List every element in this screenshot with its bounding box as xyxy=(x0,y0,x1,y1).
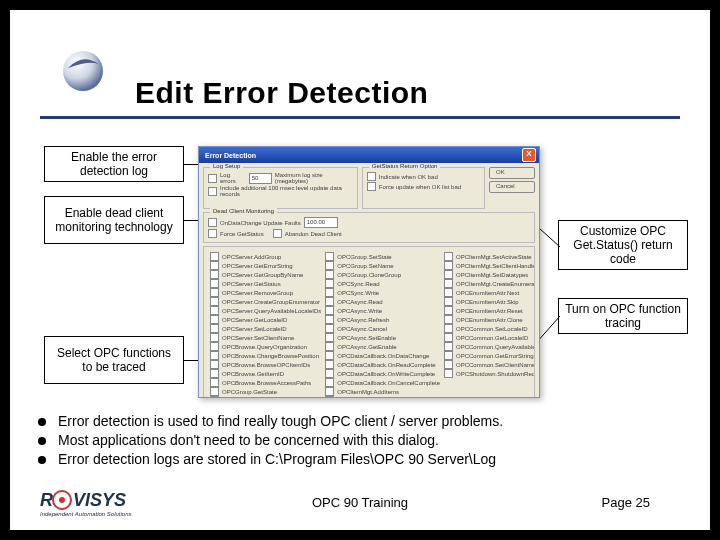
function-checkbox[interactable] xyxy=(444,342,453,351)
ok-button[interactable]: OK xyxy=(489,167,535,179)
function-checkbox[interactable] xyxy=(325,324,334,333)
dead-client-legend: Dead Client Monitoring xyxy=(210,208,277,214)
list-item: Most applications don't need to be conce… xyxy=(38,432,688,448)
log-setup-group: Log Setup Log errors 50 Maximum log size… xyxy=(203,167,358,209)
dead-client-group: Dead Client Monitoring OnDataChange Upda… xyxy=(203,212,535,243)
function-checkbox[interactable] xyxy=(210,333,219,342)
function-checkbox[interactable] xyxy=(325,288,334,297)
function-row: OPCShutdown.ShutdownRequest xyxy=(444,369,535,378)
function-checkbox[interactable] xyxy=(210,378,219,387)
function-checkbox[interactable] xyxy=(325,333,334,342)
function-row: OPCItemMgt.AddItems xyxy=(325,387,440,396)
function-checkbox[interactable] xyxy=(444,288,453,297)
svg-point-0 xyxy=(63,51,103,91)
close-icon[interactable]: X xyxy=(522,148,536,162)
function-label: OPCItemMgt.SetDatatypes xyxy=(456,272,528,278)
function-checkbox[interactable] xyxy=(325,396,334,398)
function-checkbox[interactable] xyxy=(210,315,219,324)
function-checkbox[interactable] xyxy=(210,396,219,398)
callout-select-funcs: Select OPC functions to be traced xyxy=(44,336,184,384)
function-checkbox[interactable] xyxy=(210,351,219,360)
function-row: OPCAsync.SetEnable xyxy=(325,333,440,342)
slide-title: Edit Error Detection xyxy=(135,76,428,110)
function-checkbox[interactable] xyxy=(210,387,219,396)
function-checkbox[interactable] xyxy=(444,261,453,270)
function-checkbox[interactable] xyxy=(444,297,453,306)
function-checkbox[interactable] xyxy=(210,360,219,369)
function-label: OPCGroup.SetState xyxy=(337,254,391,260)
function-row: OPCBrowse.BrowseAccessPaths xyxy=(210,378,321,387)
status-opt2-checkbox[interactable] xyxy=(367,182,376,191)
function-row: OPCAsync.Refresh xyxy=(325,315,440,324)
function-label: OPCItemMgt.AddItems xyxy=(337,389,399,395)
function-checkbox[interactable] xyxy=(444,324,453,333)
status-opt1-checkbox[interactable] xyxy=(367,172,376,181)
function-checkbox[interactable] xyxy=(444,369,453,378)
function-row: OPCCommon.QueryAvailableLocaleIDs xyxy=(444,342,535,351)
function-checkbox[interactable] xyxy=(325,369,334,378)
getstatus-group: GetStatus Return Option Indicate when OK… xyxy=(362,167,485,209)
function-checkbox[interactable] xyxy=(444,315,453,324)
function-checkbox[interactable] xyxy=(210,342,219,351)
function-label: OPCAsync.GetEnable xyxy=(337,344,396,350)
function-checkbox[interactable] xyxy=(325,306,334,315)
cancel-button[interactable]: Cancel xyxy=(489,181,535,193)
function-label: OPCServer.CreateGroupEnumerator xyxy=(222,299,320,305)
function-label: OPCSync.Read xyxy=(337,281,379,287)
function-row xyxy=(444,378,535,387)
function-checkbox[interactable] xyxy=(325,378,334,387)
function-checkbox[interactable] xyxy=(325,387,334,396)
function-checkbox[interactable] xyxy=(325,351,334,360)
log-max-field[interactable]: 50 xyxy=(249,173,272,184)
status-opt1-label: Indicate when OK bad xyxy=(379,174,438,180)
dialog-title: Error Detection xyxy=(205,152,256,159)
function-label: OPCCommon.SetLocaleID xyxy=(456,326,528,332)
dead-enable-checkbox[interactable] xyxy=(208,218,217,227)
function-checkbox[interactable] xyxy=(325,261,334,270)
function-checkbox[interactable] xyxy=(444,333,453,342)
function-checkbox[interactable] xyxy=(210,288,219,297)
log-include-checkbox[interactable] xyxy=(208,187,217,196)
function-row: OPCItemMgt.SetDatatypes xyxy=(444,270,535,279)
function-row: OPCEnumItemAttr.Clone xyxy=(444,315,535,324)
function-checkbox[interactable] xyxy=(444,360,453,369)
function-checkbox[interactable] xyxy=(210,252,219,261)
function-checkbox[interactable] xyxy=(444,279,453,288)
function-checkbox[interactable] xyxy=(325,279,334,288)
function-checkbox[interactable] xyxy=(210,279,219,288)
function-row: OPCDataCallback.OnWriteComplete xyxy=(325,369,440,378)
function-checkbox[interactable] xyxy=(210,261,219,270)
log-max-label: Maximum log size (megabytes) xyxy=(275,172,353,184)
function-checkbox[interactable] xyxy=(325,342,334,351)
list-item: Error detection is used to find really t… xyxy=(38,413,688,429)
function-row: OPCAsync.Read xyxy=(325,297,440,306)
function-checkbox[interactable] xyxy=(325,270,334,279)
function-checkbox[interactable] xyxy=(210,324,219,333)
function-checkbox[interactable] xyxy=(210,270,219,279)
function-checkbox[interactable] xyxy=(325,315,334,324)
function-row: OPCCommon.SetClientName xyxy=(444,360,535,369)
function-checkbox[interactable] xyxy=(325,360,334,369)
function-row: OPCCommon.SetLocaleID xyxy=(444,324,535,333)
function-row: OPCServer.AddGroup xyxy=(210,252,321,261)
function-checkbox[interactable] xyxy=(210,297,219,306)
function-checkbox[interactable] xyxy=(325,252,334,261)
log-enable-checkbox[interactable] xyxy=(208,174,217,183)
dead-value-field[interactable]: 100.00 xyxy=(304,217,338,228)
log-enable-label: Log errors xyxy=(220,172,246,184)
function-label: OPCItemMgt.SetClientHandles xyxy=(456,263,535,269)
function-label: OPCServer.SetClientName xyxy=(222,335,294,341)
dead-force-checkbox[interactable] xyxy=(208,229,217,238)
function-row: OPCServer.QueryAvailableLocaleIDs xyxy=(210,306,321,315)
function-checkbox[interactable] xyxy=(444,252,453,261)
function-checkbox[interactable] xyxy=(444,270,453,279)
dead-abandon-checkbox[interactable] xyxy=(273,229,282,238)
function-row: OPCServer.GetGroupByName xyxy=(210,270,321,279)
function-checkbox[interactable] xyxy=(444,306,453,315)
function-checkbox[interactable] xyxy=(444,351,453,360)
function-label: OPCBrowse.GetItemID xyxy=(222,371,284,377)
function-label: OPCCommon.GetLocaleID xyxy=(456,335,528,341)
function-checkbox[interactable] xyxy=(210,306,219,315)
function-checkbox[interactable] xyxy=(325,297,334,306)
function-checkbox[interactable] xyxy=(210,369,219,378)
